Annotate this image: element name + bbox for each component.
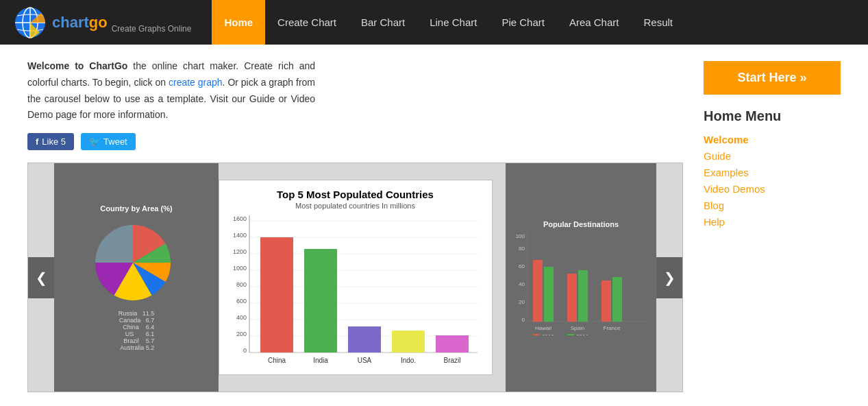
carousel-right-chart: Popular Destinations 0 20 40 60 80 100 1…: [506, 163, 656, 392]
main-nav: Home Create Chart Bar Chart Line Chart P…: [212, 0, 685, 45]
menu-link-video-demos[interactable]: Video Demos: [704, 183, 765, 195]
bar-usa: [348, 326, 381, 353]
left-chart-title: Country by Area (%): [100, 204, 172, 213]
bar-india: [304, 249, 337, 353]
svg-text:0: 0: [243, 347, 246, 354]
menu-item-video-demos[interactable]: Video Demos: [704, 183, 841, 195]
svg-text:0: 0: [522, 317, 525, 323]
svg-text:400: 400: [236, 314, 246, 321]
svg-rect-47: [533, 334, 540, 335]
svg-text:2014: 2014: [576, 333, 588, 335]
grouped-bar-svg: 0 20 40 60 80 100 120 140 Hawaii: [512, 232, 649, 335]
logo-text: chartgo: [52, 14, 108, 32]
logo-tagline: Create Graphs Online: [112, 24, 192, 39]
svg-rect-41: [567, 274, 577, 322]
svg-rect-38: [533, 260, 543, 322]
bar-brazil: [436, 335, 469, 353]
svg-rect-42: [578, 270, 588, 322]
create-graph-link[interactable]: create graph: [169, 77, 223, 88]
facebook-like-button[interactable]: f Like 5: [27, 133, 74, 150]
svg-text:1200: 1200: [232, 248, 246, 255]
nav-create-chart[interactable]: Create Chart: [265, 0, 349, 45]
menu-item-guide[interactable]: Guide: [704, 150, 841, 163]
menu-link-examples[interactable]: Examples: [704, 167, 749, 178]
nav-home[interactable]: Home: [212, 0, 265, 45]
svg-text:Indo.: Indo.: [400, 357, 415, 364]
svg-text:Spain: Spain: [571, 325, 584, 331]
tweet-button[interactable]: 🐦 Tweet: [81, 133, 136, 150]
svg-text:USA: USA: [357, 357, 371, 364]
bar-chart-svg: 0 200 400 600 800 1000 1200 1400 1600: [227, 215, 481, 366]
intro-welcome-bold: Welcome to ChartGo: [27, 60, 127, 71]
svg-text:France: France: [604, 325, 621, 331]
header: chartgo Create Graphs Online Home Create…: [0, 0, 868, 45]
home-menu-list: Welcome Guide Examples Video Demos Blog …: [704, 134, 841, 228]
pie-legend: Russia 11.5 Canada 6.7 China 6.4 US 6.1 …: [119, 310, 155, 351]
svg-text:200: 200: [236, 331, 246, 337]
svg-text:60: 60: [519, 263, 525, 270]
svg-text:1000: 1000: [232, 265, 246, 272]
nav-area-chart[interactable]: Area Chart: [557, 0, 632, 45]
content-area: Welcome to ChartGo the online chart make…: [27, 58, 683, 392]
menu-link-welcome[interactable]: Welcome: [704, 134, 749, 145]
bar-indonesia: [392, 331, 425, 353]
svg-text:Brazil: Brazil: [443, 357, 460, 364]
menu-link-guide[interactable]: Guide: [704, 150, 731, 162]
fb-icon: f: [36, 136, 38, 147]
right-chart-title: Popular Destinations: [543, 220, 619, 228]
menu-item-help[interactable]: Help: [704, 216, 841, 228]
svg-text:1600: 1600: [232, 215, 246, 222]
menu-item-welcome[interactable]: Welcome: [704, 134, 841, 146]
chart-title: Top 5 Most Populated Countries: [227, 189, 484, 200]
menu-link-blog[interactable]: Blog: [704, 200, 724, 211]
menu-item-blog[interactable]: Blog: [704, 200, 841, 212]
right-sidebar: Start Here » Home Menu Welcome Guide Exa…: [704, 58, 841, 392]
pie-chart-svg: [88, 218, 184, 307]
svg-rect-44: [602, 280, 611, 322]
logo-chart: chart: [52, 14, 89, 31]
bar-china: [260, 237, 293, 353]
nav-line-chart[interactable]: Line Chart: [417, 0, 489, 45]
nav-pie-chart[interactable]: Pie Chart: [489, 0, 557, 45]
svg-text:100: 100: [516, 233, 525, 239]
twitter-icon: 🐦: [89, 136, 100, 147]
svg-rect-49: [567, 334, 574, 335]
home-menu-title: Home Menu: [704, 108, 841, 124]
svg-text:1400: 1400: [232, 232, 246, 239]
social-buttons: f Like 5 🐦 Tweet: [27, 133, 683, 150]
carousel-next-button[interactable]: ❯: [656, 257, 682, 298]
svg-rect-39: [544, 267, 554, 322]
svg-text:Hawaii: Hawaii: [535, 325, 551, 331]
svg-rect-45: [612, 277, 622, 322]
svg-text:40: 40: [519, 281, 525, 287]
tweet-label: Tweet: [103, 136, 127, 147]
chart-subtitle: Most populated countries In millions: [227, 202, 484, 210]
carousel-left-chart: Country by Area (%) R: [54, 163, 219, 392]
logo: chartgo Create Graphs Online: [14, 6, 191, 39]
nav-bar-chart[interactable]: Bar Chart: [349, 0, 417, 45]
carousel-prev-button[interactable]: ❮: [28, 257, 54, 298]
svg-text:800: 800: [236, 281, 246, 288]
logo-globe-icon: [14, 6, 47, 39]
svg-text:China: China: [267, 357, 286, 364]
menu-link-help[interactable]: Help: [704, 216, 725, 228]
svg-text:600: 600: [236, 298, 246, 304]
start-here-button[interactable]: Start Here »: [704, 61, 841, 95]
svg-text:80: 80: [519, 246, 525, 252]
svg-text:2013: 2013: [542, 333, 554, 335]
svg-text:20: 20: [519, 299, 525, 305]
fb-like-label: Like 5: [42, 136, 66, 147]
carousel: ❮ Country by Area (%): [27, 163, 683, 392]
intro-block: Welcome to ChartGo the online chart make…: [27, 58, 315, 123]
main-content: Welcome to ChartGo the online chart make…: [0, 45, 868, 406]
svg-text:India: India: [313, 357, 328, 364]
menu-item-examples[interactable]: Examples: [704, 167, 841, 179]
nav-result[interactable]: Result: [631, 0, 685, 45]
logo-go: go: [89, 14, 108, 31]
main-chart[interactable]: Top 5 Most Populated Countries Most popu…: [219, 180, 493, 375]
